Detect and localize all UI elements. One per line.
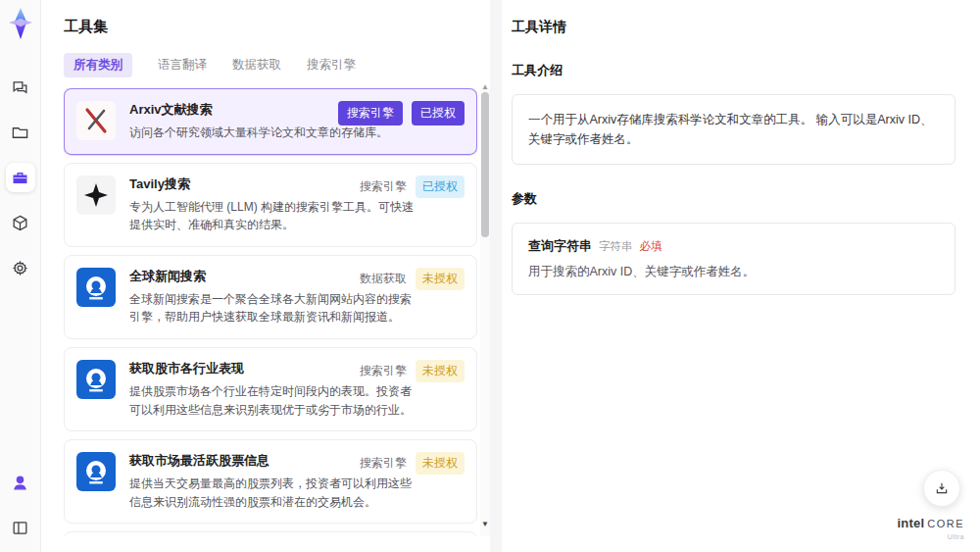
sidebar-rail [0,0,41,552]
tool-desc: 全球新闻搜索是一个聚合全球各大新闻网站内容的搜索引擎，帮助用户快速获取全球最新资… [129,290,416,326]
tool-card[interactable]: 获取股市各行业表现 提供股票市场各个行业在特定时间段内的表现。投资者可以利用这些… [64,347,477,431]
tool-category-badge: 数据获取 [360,271,407,287]
scrollbar[interactable]: ▲ ▼ [480,88,490,536]
category-tabs: 所有类别语言翻译数据获取搜索引擎 [64,53,490,77]
tool-tags: 搜索引擎 未授权 [360,360,465,382]
tool-desc: 访问各个研究领域大量科学论文和文章的存储库。 [129,124,416,142]
brand-primary: intel [897,516,924,530]
tool-tags: 搜索引擎 已授权 [360,176,465,198]
sidebar-item-files[interactable] [6,118,35,147]
cube-icon [11,214,29,232]
intro-heading: 工具介绍 [512,62,956,79]
tab-category[interactable]: 搜索引擎 [307,53,356,77]
chat-icon [11,78,29,97]
sidebar-item-chat[interactable] [6,73,35,102]
detail-title: 工具详情 [512,19,956,36]
app-window: 工具集 所有类别语言翻译数据获取搜索引擎 Arxiv文献搜索 访问各个研究领域大… [0,0,980,552]
tab-category[interactable]: 语言翻译 [158,53,207,77]
sidebar-collapse-toggle[interactable] [6,513,35,542]
tools-panel: 工具集 所有类别语言翻译数据获取搜索引擎 Arxiv文献搜索 访问各个研究领域大… [41,0,490,552]
tool-status-badge: 未授权 [416,360,465,382]
tool-tags: 数据获取 未授权 [360,268,465,290]
folder-icon [11,124,29,142]
panel-divider [490,0,502,552]
gear-icon [11,259,29,277]
tool-status-badge: 未授权 [416,268,465,290]
tool-status-badge: 已授权 [416,176,465,198]
sidebar-item-user[interactable] [6,468,35,497]
param-card: 查询字符串 字符串 必填 用于搜索的Arxiv ID、关键字或作者姓名。 [512,223,956,295]
download-button[interactable] [923,470,960,507]
intro-text: 一个用于从Arxiv存储库搜索科学论文和文章的工具。 输入可以是Arxiv ID… [512,94,956,165]
tool-category-badge: 搜索引擎 [360,455,407,472]
tool-desc: 提供股票市场各个行业在特定时间段内的表现。投资者可以利用这些信息来识别表现优于或… [129,382,416,419]
param-type: 字符串 [599,239,633,254]
tool-card[interactable]: Arxiv文献搜索 访问各个研究领域大量科学论文和文章的存储库。 搜索引擎 已授… [64,88,477,155]
tool-card[interactable]: Tavily搜索 专为人工智能代理 (LLM) 构建的搜索引擎工具。可快速提供实… [64,163,477,247]
global-news-logo-icon [76,268,116,307]
tool-list: Arxiv文献搜索 访问各个研究领域大量科学论文和文章的存储库。 搜索引擎 已授… [64,88,477,536]
arxiv-logo-icon [76,101,116,140]
param-desc: 用于搜索的Arxiv ID、关键字或作者姓名。 [528,264,939,280]
tab-category[interactable]: 数据获取 [232,53,281,77]
tool-tags: 搜索引擎 已授权 [338,101,465,125]
tool-status-badge: 已授权 [412,101,465,125]
tool-desc: 专为人工智能代理 (LLM) 构建的搜索引擎工具。可快速提供实时、准确和真实的结… [129,198,416,234]
tool-card[interactable]: 万维地区新闻查询 查询具体行政区划内的新闻，快速了解各地新闻动 搜索引擎 未授权 [64,531,477,536]
tool-card[interactable]: 全球新闻搜索 全球新闻搜索是一个聚合全球各大新闻网站内容的搜索引擎，帮助用户快速… [64,255,477,339]
panel-layout-icon [11,519,29,537]
sidebar-item-settings[interactable] [6,253,35,282]
tavily-logo-icon [76,176,116,215]
sidebar-item-tools[interactable] [6,163,35,192]
tool-category-badge: 搜索引擎 [360,363,407,379]
tool-category-badge: 搜索引擎 [338,101,403,125]
tool-tags: 搜索引擎 未授权 [360,452,465,475]
tool-status-badge: 未授权 [416,452,465,475]
scrollbar-down-arrow[interactable]: ▼ [480,520,490,528]
user-avatar-icon [11,474,29,492]
download-icon [934,480,950,496]
tool-category-badge: 搜索引擎 [360,178,407,195]
scrollbar-thumb[interactable] [481,92,489,237]
app-logo-icon [7,8,34,39]
scrollbar-up-arrow[interactable]: ▲ [480,82,490,91]
page-title: 工具集 [64,18,490,36]
tool-desc: 提供当天交易量最高的股票列表，投资者可以利用这些信息来识别流动性强的股票和潜在的… [129,475,416,511]
sidebar-item-plugins[interactable] [6,208,35,237]
tab-active[interactable]: 所有类别 [64,53,132,77]
intel-core-logo: intelCORE Ultra [897,515,964,540]
brand-sub: Ultra [897,533,964,540]
brand-secondary: CORE [927,518,964,529]
tool-detail-panel: 工具详情 工具介绍 一个用于从Arxiv存储库搜索科学论文和文章的工具。 输入可… [502,0,980,552]
param-name: 查询字符串 [528,237,592,255]
param-required-flag: 必填 [640,239,662,254]
global-news-logo-icon [76,452,116,491]
global-news-logo-icon [76,360,116,399]
tool-card[interactable]: 获取市场最活跃股票信息 提供当天交易量最高的股票列表，投资者可以利用这些信息来识… [64,439,477,524]
params-heading: 参数 [512,190,956,208]
toolbox-icon [11,169,29,187]
